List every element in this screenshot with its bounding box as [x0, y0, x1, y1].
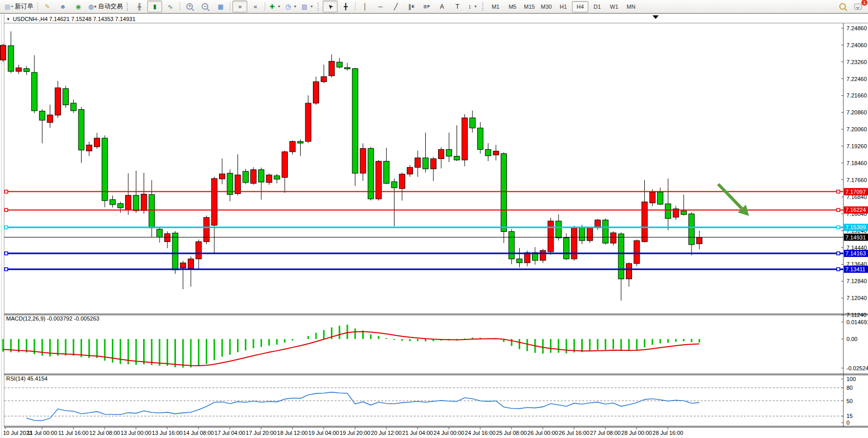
timeframe-m5-button[interactable]: M5 — [504, 1, 521, 12]
candle-down — [24, 69, 29, 72]
sub-glyph: + — [11, 5, 13, 9]
candle-down — [517, 259, 522, 263]
new-order-button[interactable]: ▤+新订单 — [3, 1, 35, 12]
chevron-down-icon: ▼ — [474, 5, 478, 8]
profile-icon[interactable]: ☻ — [55, 1, 70, 12]
autotrading-button[interactable]: ◍●自动交易 — [86, 1, 125, 12]
candle-up — [305, 103, 311, 142]
arrow-annotation[interactable] — [718, 184, 742, 209]
candle-up — [321, 76, 327, 82]
auto-scroll-button[interactable]: » — [232, 1, 247, 12]
new-order-label: 新订单 — [15, 2, 33, 11]
arrows-button[interactable]: ↕▼ — [465, 1, 480, 12]
zoom-out-button[interactable]: − — [198, 1, 212, 12]
cursor-icon: ➤ — [326, 3, 334, 11]
timeframe-m1-button[interactable]: M1 — [487, 1, 504, 12]
time-tick-label: 25 Jul 08:00 — [496, 430, 527, 436]
toolbar-group-handle — [318, 3, 321, 11]
time-tick-label: 17 Jul 04:00 — [214, 430, 245, 436]
cursor-button[interactable]: ➤ — [323, 1, 338, 12]
candle-down — [681, 211, 686, 214]
time-axis[interactable]: 10 Jul 202311 Jul 00:0011 Jul 16:0012 Ju… — [3, 427, 683, 436]
chevron-down-icon: ▼ — [277, 5, 281, 8]
line-chart-icon: ∿ — [168, 4, 173, 10]
candle-down — [352, 69, 358, 173]
candle-down — [149, 194, 154, 228]
candle-down — [689, 214, 695, 245]
periods-icon: ◷ — [285, 4, 290, 10]
trendline-button[interactable]: ╱ — [388, 1, 403, 12]
timeframe-d1-button[interactable]: D1 — [589, 1, 605, 12]
svg-text:7.14931: 7.14931 — [845, 234, 866, 241]
chat-button[interactable]: 1 — [851, 1, 865, 12]
bar-chart-button[interactable]: ╫ — [132, 1, 147, 12]
candle-up — [329, 61, 334, 75]
signals-icon[interactable]: ◉ — [71, 1, 86, 12]
brush-icon-icon: ✎ — [45, 4, 50, 10]
timeframe-mn-button[interactable]: MN — [623, 1, 639, 12]
candle-up — [376, 161, 382, 198]
price-chart[interactable]: 7.248607.240607.232607.224607.216607.208… — [0, 14, 868, 438]
periods-button[interactable]: ◷▼ — [283, 1, 299, 12]
crosshair-button[interactable]: ╋ — [338, 1, 353, 12]
svg-text:7.15399: 7.15399 — [845, 224, 866, 230]
candle-down — [556, 221, 561, 238]
templates-button[interactable]: ▨▼ — [300, 1, 315, 12]
price-tick-label: 7.24860 — [846, 25, 867, 31]
chart-shift-marker[interactable] — [653, 15, 659, 19]
autotrading-label: 自动交易 — [98, 2, 123, 11]
candle-down — [117, 204, 123, 208]
candle-up — [399, 174, 405, 188]
zoom-in-button[interactable]: + — [182, 1, 197, 12]
signals-icon-icon: ◉ — [75, 4, 81, 10]
candle-up — [360, 148, 366, 173]
line-handle — [5, 190, 8, 193]
candle-up — [587, 228, 593, 241]
candlestick-button[interactable]: ▮ — [147, 1, 162, 12]
candle-up — [634, 241, 640, 264]
toolbar-separator — [355, 2, 356, 11]
rsi-axis-label: 80 — [846, 385, 853, 391]
collapse-icon[interactable]: ▼ — [6, 17, 10, 22]
indicators-button[interactable]: ✚▼ — [267, 1, 283, 12]
candle-down — [446, 149, 452, 156]
profile-icon-icon: ☻ — [60, 4, 66, 10]
price-axis[interactable]: 7.248607.240607.232607.224607.216607.208… — [841, 25, 867, 318]
search-button[interactable] — [835, 1, 850, 12]
chart-title-bar: ▼ USDCNH-,H4 7.14621 7.15248 7.14353 7.1… — [6, 16, 135, 22]
autotrading-icon: ◍ — [88, 4, 93, 10]
chart-shift-button[interactable]: « — [248, 1, 263, 12]
horizontal-line-button[interactable]: ─ — [373, 1, 388, 12]
rsi-axis-label: 15 — [846, 413, 853, 419]
price-tick-label: 7.18460 — [846, 160, 867, 166]
rsi-pane: 1008050150 — [4, 376, 856, 426]
candle-up — [548, 221, 554, 252]
text-button[interactable]: A — [435, 1, 449, 12]
candle-down — [63, 89, 69, 105]
timeframe-h1-button[interactable]: H1 — [555, 1, 571, 12]
candle-down — [259, 170, 264, 182]
price-tick-label: 7.12040 — [846, 295, 867, 301]
fibonacci-button[interactable]: ≡F — [419, 1, 434, 12]
chart-title: USDCNH-,H4 7.14621 7.15248 7.14353 7.149… — [13, 16, 135, 22]
line-handle — [837, 190, 840, 193]
label-button[interactable]: T — [450, 1, 465, 12]
timeframe-m15-button[interactable]: M15 — [521, 1, 538, 12]
vertical-line-button[interactable]: │ — [358, 1, 372, 12]
candle-up — [211, 178, 217, 225]
line-chart-button[interactable]: ∿ — [163, 1, 177, 12]
arrows-icon: ↕ — [468, 4, 471, 10]
candle-down — [665, 204, 671, 218]
timeframe-m30-button[interactable]: M30 — [538, 1, 555, 12]
rsi-axis-label: 0 — [846, 420, 850, 426]
rsi-label: RSI(14) 45.4154 — [6, 375, 48, 382]
timeframe-h4-button[interactable]: H4 — [572, 1, 588, 12]
timeframe-w1-button[interactable]: W1 — [606, 1, 622, 12]
channel-button[interactable]: ∥E — [404, 1, 419, 12]
tile-windows-button[interactable]: ▦ — [213, 1, 228, 12]
price-tick-label: 7.17660 — [846, 177, 867, 183]
brush-icon[interactable]: ✎ — [40, 1, 55, 12]
candle-down — [110, 200, 115, 205]
candle-up — [47, 115, 53, 123]
candle-up — [313, 82, 319, 103]
